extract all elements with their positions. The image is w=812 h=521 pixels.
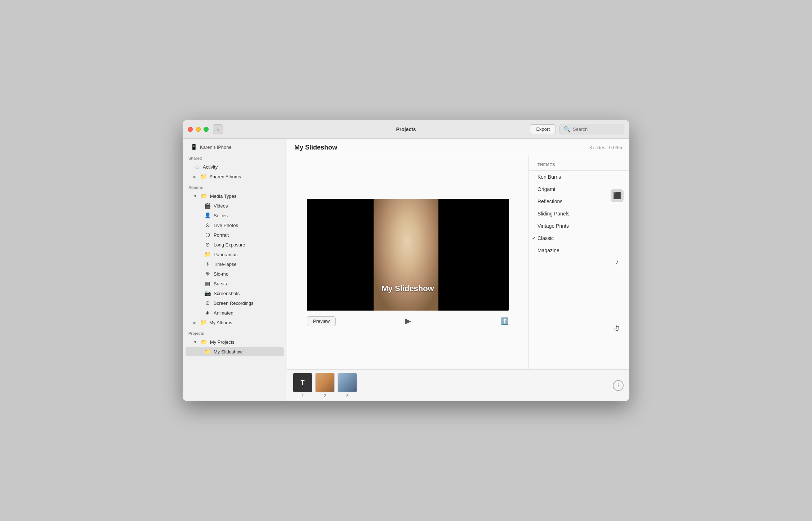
panoramas-icon: 📁 [204,251,211,258]
sidebar-item-selfies[interactable]: 👤 Selfies [186,211,284,220]
live-photos-label: Live Photos [214,223,238,228]
my-slideshow-label: My Slideshow [214,349,242,355]
shared-albums-icon: 📁 [200,173,206,180]
activity-icon: ☁️ [193,164,200,170]
titlebar: ‹ Projects Export 🔍 [183,120,629,139]
film-num-1: 1 [302,393,304,398]
film-thumb-2 [315,373,335,392]
preview-button[interactable]: Preview [307,316,336,326]
video-left-panel [307,199,374,311]
slomo-label: Slo-mo [214,271,228,277]
theme-label-classic: Classic [537,235,554,241]
animated-icon: ◈ [204,310,211,316]
share-button[interactable]: ⬆️ [501,317,509,325]
minimize-button[interactable] [196,127,201,132]
theme-label-vintage-prints: Vintage Prints [537,223,569,229]
window-title: Projects [396,126,416,132]
film-num-2: 2 [324,393,326,398]
video-container: My Slideshow [307,199,509,311]
sidebar-item-portrait[interactable]: ⬡ Portrait [186,230,284,240]
theme-side-icons: ⬛ ♪ ⏱ [611,155,624,369]
theme-label-ken-burns: Ken Burns [537,174,561,180]
film-thumb-title-1: T [293,373,312,392]
projects-section-label: Projects [183,328,287,337]
iphone-icon: 📱 [191,144,197,150]
slides-icon: ⬛ [613,192,621,200]
themes-panel: THEMES Ken Burns Origami Reflections Sli… [528,155,629,369]
my-projects-icon: 📁 [201,339,207,345]
iphone-item[interactable]: 📱 Karen's iPhone [183,142,287,152]
theme-label-magazine: Magazine [537,248,559,253]
search-input[interactable] [573,126,620,132]
animated-label: Animated [214,310,233,316]
video-right-panel [438,199,509,311]
checkmark-icon: ✓ [532,235,536,241]
content-header: My Slideshow 3 slides · 0:03m [287,139,629,155]
slide-info: 3 slides · 0:03m [589,145,622,150]
sidebar-item-my-albums[interactable]: ▶ 📁 My Albums [186,318,284,327]
my-slideshow-icon: 📁 [204,348,211,355]
sidebar-item-bursts[interactable]: ▦ Bursts [186,279,284,288]
video-inner [307,199,509,311]
videos-icon: 🎬 [204,202,211,209]
film-frame-1[interactable]: T 1 [293,373,312,398]
close-button[interactable] [188,127,193,132]
sidebar-item-screenshots[interactable]: 📷 Screenshots [186,289,284,298]
film-frame-3[interactable]: 3 [338,373,357,398]
theme-label-origami: Origami [537,186,555,192]
media-types-icon: 📁 [201,193,207,199]
long-exposure-icon: ⊙ [204,241,211,248]
sidebar-item-activity[interactable]: ☁️ Activity [186,162,284,172]
export-button[interactable]: Export [530,124,556,134]
add-slide-button[interactable]: + [613,380,624,391]
sidebar-item-slomo[interactable]: ✳ Slo-mo [186,269,284,279]
sidebar-item-my-projects[interactable]: ▼ 📁 My Projects [186,337,284,347]
sidebar-item-live-photos[interactable]: ⊙ Live Photos [186,221,284,230]
duration-theme-icon[interactable]: ⏱ [611,322,624,335]
albums-section-label: Albums [183,182,287,191]
back-icon: ‹ [217,126,219,132]
iphone-label: Karen's iPhone [200,144,232,150]
slideshow-title: My Slideshow [294,144,337,151]
timelapse-label: Time-lapse [214,262,237,267]
sidebar: 📱 Karen's iPhone Shared ☁️ Activity ▶ 📁 … [183,139,287,401]
slideshow-theme-icon[interactable]: ⬛ [611,189,624,202]
my-projects-arrow: ▼ [193,340,197,344]
content-area: My Slideshow 3 slides · 0:03m [287,139,629,401]
my-albums-icon: 📁 [200,319,206,326]
app-window: ‹ Projects Export 🔍 📱 Karen's iPhone Sha… [183,120,629,401]
selfies-label: Selfies [214,213,228,218]
timer-icon: ⏱ [614,325,620,333]
activity-label: Activity [203,164,218,170]
slomo-icon: ✳ [204,271,211,277]
play-button[interactable]: ▶ [405,316,411,326]
sidebar-item-media-types[interactable]: ▼ 📁 Media Types [186,191,284,201]
sidebar-item-screen-recordings[interactable]: ⊙ Screen Recordings [186,298,284,308]
theme-label-reflections: Reflections [537,199,562,204]
my-albums-arrow: ▶ [193,321,196,325]
sidebar-item-animated[interactable]: ◈ Animated [186,308,284,317]
traffic-lights [188,127,209,132]
plus-icon: + [616,382,620,389]
sidebar-item-videos[interactable]: 🎬 Videos [186,201,284,210]
sidebar-item-my-slideshow[interactable]: 📁 My Slideshow [186,347,284,356]
film-thumb-3 [338,373,357,392]
video-section: My Slideshow Preview ▶ ⬆️ [287,155,528,369]
search-bar[interactable]: 🔍 [559,124,624,134]
sidebar-item-long-exposure[interactable]: ⊙ Long Exposure [186,240,284,249]
film-thumb-photo-2 [316,373,334,392]
music-theme-icon[interactable]: ♪ [611,256,624,269]
film-frame-2[interactable]: 2 [315,373,335,398]
sidebar-item-shared-albums[interactable]: ▶ 📁 Shared Albums [186,172,284,181]
sidebar-item-timelapse[interactable]: ✳ Time-lapse [186,259,284,269]
theme-label-sliding-panels: Sliding Panels [537,211,570,217]
bursts-icon: ▦ [204,280,211,287]
screen-recordings-label: Screen Recordings [214,300,254,306]
sidebar-item-panoramas[interactable]: 📁 Panoramas [186,250,284,259]
slideshow-overlay-text: My Slideshow [382,284,434,293]
back-button[interactable]: ‹ [213,124,223,134]
timelapse-icon: ✳ [204,261,211,267]
film-thumb-1: T [293,373,312,392]
maximize-button[interactable] [204,127,209,132]
main-layout: 📱 Karen's iPhone Shared ☁️ Activity ▶ 📁 … [183,139,629,401]
